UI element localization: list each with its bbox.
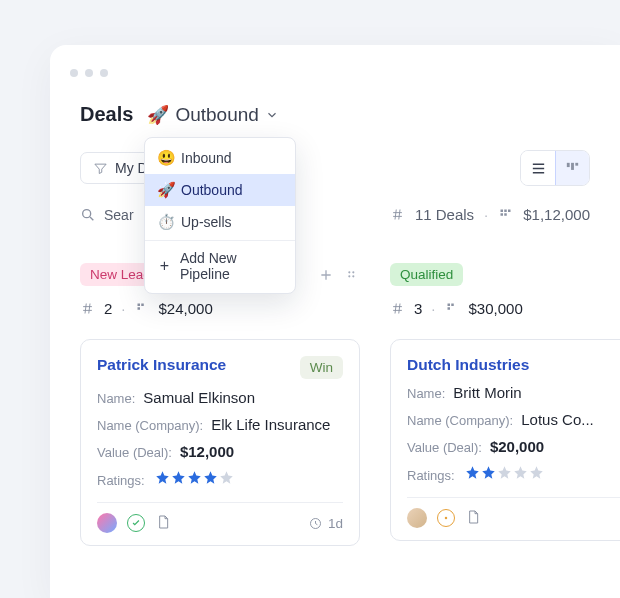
star-icon [497, 465, 512, 480]
hash-icon [390, 301, 405, 316]
view-toggle [520, 150, 590, 186]
star-icon [171, 470, 186, 485]
age-text: 1d [328, 516, 343, 531]
win-badge: Win [300, 356, 343, 379]
star-icon [219, 470, 234, 485]
card-header: Dutch Industries [407, 356, 620, 374]
total-value: $1,12,000 [523, 206, 590, 223]
stopwatch-icon: ⏱️ [157, 213, 173, 231]
svg-point-10 [348, 271, 350, 273]
star-rating [465, 465, 544, 480]
status-check-icon[interactable] [127, 514, 145, 532]
clock-icon [308, 516, 323, 531]
svg-line-4 [90, 217, 93, 220]
owner-avatar[interactable] [97, 513, 117, 533]
list-view-button[interactable] [521, 151, 555, 185]
svg-rect-8 [501, 213, 504, 216]
column-actions [318, 267, 360, 283]
star-rating [155, 470, 234, 485]
deal-title[interactable]: Dutch Industries [407, 356, 529, 374]
card-header: Patrick Insurance Win [97, 356, 343, 379]
field-value: Lotus Co... [521, 411, 594, 428]
svg-rect-9 [505, 213, 508, 216]
field-value: $20,000 [490, 438, 544, 455]
hash-icon [80, 301, 95, 316]
status-pending-icon[interactable] [437, 509, 455, 527]
column-stats: 3 · $30,000 [390, 300, 620, 317]
rocket-icon: 🚀 [157, 181, 173, 199]
hash-icon [390, 207, 405, 222]
pipeline-option-inbound[interactable]: 😃 Inbound [145, 142, 295, 174]
owner-avatar[interactable] [407, 508, 427, 528]
star-icon [513, 465, 528, 480]
search-icon [80, 207, 96, 223]
deal-card[interactable]: Dutch Industries Name: Britt Morin Name … [390, 339, 620, 541]
pipeline-name: Outbound [175, 104, 258, 126]
separator: · [484, 206, 488, 223]
app-window: Deals 🚀 Outbound 😃 Inbound 🚀 Outbound ⏱️… [50, 45, 620, 598]
window-dot [70, 69, 78, 77]
stage-pill: Qualified [390, 263, 463, 286]
field-value: Samual Elkinson [143, 389, 255, 406]
svg-rect-15 [141, 304, 144, 307]
drag-handle-icon[interactable] [344, 267, 360, 283]
field-row-value: Value (Deal): $12,000 [97, 443, 343, 460]
menu-item-label: Inbound [181, 150, 232, 166]
menu-item-label: Add New Pipeline [180, 250, 283, 282]
add-new-pipeline[interactable]: + Add New Pipeline [145, 243, 295, 289]
field-label: Name (Company): [407, 413, 513, 428]
document-icon[interactable] [155, 514, 171, 533]
rocket-icon: 🚀 [147, 104, 169, 126]
field-row-company: Name (Company): Elk Life Insurance [97, 416, 343, 433]
separator: · [121, 300, 125, 317]
field-label: Value (Deal): [97, 445, 172, 460]
field-label: Ratings: [407, 468, 455, 483]
column-value: $24,000 [159, 300, 213, 317]
column-value: $30,000 [469, 300, 523, 317]
board-icon [135, 301, 150, 316]
page-header: Deals 🚀 Outbound 😃 Inbound 🚀 Outbound ⏱️… [80, 103, 620, 126]
star-icon [465, 465, 480, 480]
card-footer [407, 497, 620, 528]
column-count: 2 [104, 300, 112, 317]
plus-icon: + [157, 257, 172, 275]
field-row-name: Name: Samual Elkinson [97, 389, 343, 406]
deal-card[interactable]: Patrick Insurance Win Name: Samual Elkin… [80, 339, 360, 546]
menu-item-label: Up-sells [181, 214, 232, 230]
menu-item-label: Outbound [181, 182, 243, 198]
field-label: Name: [97, 391, 135, 406]
svg-rect-18 [447, 304, 450, 307]
window-controls [70, 69, 620, 77]
kanban-view-button[interactable] [555, 151, 589, 185]
svg-point-3 [83, 209, 91, 217]
field-label: Name (Company): [97, 418, 203, 433]
field-row-name: Name: Britt Morin [407, 384, 620, 401]
kanban-column-qualified: Qualified 3 · $30,000 Dutch Industries N… [390, 263, 620, 546]
star-icon [155, 470, 170, 485]
summary-stats: 11 Deals · $1,12,000 [390, 206, 590, 223]
list-icon [530, 160, 547, 177]
document-icon[interactable] [465, 509, 481, 528]
window-dot [85, 69, 93, 77]
smile-icon: 😃 [157, 149, 173, 167]
filter-label: My D [115, 160, 148, 176]
pipeline-option-upsells[interactable]: ⏱️ Up-sells [145, 206, 295, 238]
menu-divider [145, 240, 295, 241]
kanban-icon [564, 160, 581, 177]
chevron-down-icon [265, 108, 279, 122]
svg-point-13 [352, 275, 354, 277]
pipeline-selector[interactable]: 🚀 Outbound [147, 104, 278, 126]
plus-icon[interactable] [318, 267, 334, 283]
separator: · [431, 300, 435, 317]
field-row-company: Name (Company): Lotus Co... [407, 411, 620, 428]
field-label: Name: [407, 386, 445, 401]
svg-point-12 [348, 275, 350, 277]
pipeline-dropdown-menu: 😃 Inbound 🚀 Outbound ⏱️ Up-sells + Add N… [144, 137, 296, 294]
pipeline-option-outbound[interactable]: 🚀 Outbound [145, 174, 295, 206]
svg-rect-16 [137, 307, 140, 310]
board-icon [445, 301, 460, 316]
star-icon [203, 470, 218, 485]
deal-title[interactable]: Patrick Insurance [97, 356, 226, 374]
svg-rect-19 [451, 304, 454, 307]
funnel-icon [93, 161, 108, 176]
